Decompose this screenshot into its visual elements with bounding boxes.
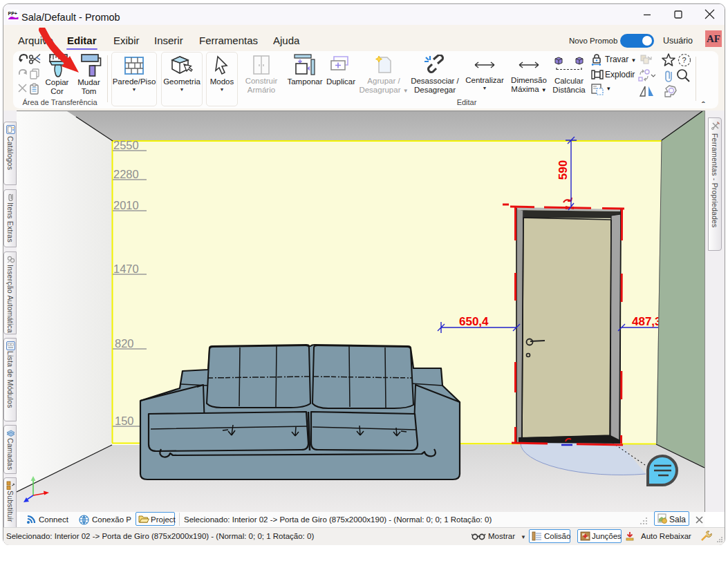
svg-text:PP+: PP+ [8, 11, 17, 16]
svg-text:650,4: 650,4 [459, 315, 489, 328]
svg-text:1470: 1470 [113, 263, 139, 275]
svg-text:2010: 2010 [113, 199, 139, 211]
svg-text:590: 590 [557, 160, 570, 180]
svg-text:150: 150 [115, 415, 134, 427]
svg-text:2280: 2280 [113, 168, 139, 180]
svg-text:487,3: 487,3 [632, 315, 662, 328]
svg-text:820: 820 [115, 337, 134, 350]
svg-text:?: ? [682, 56, 687, 64]
svg-text:2550: 2550 [113, 139, 139, 151]
